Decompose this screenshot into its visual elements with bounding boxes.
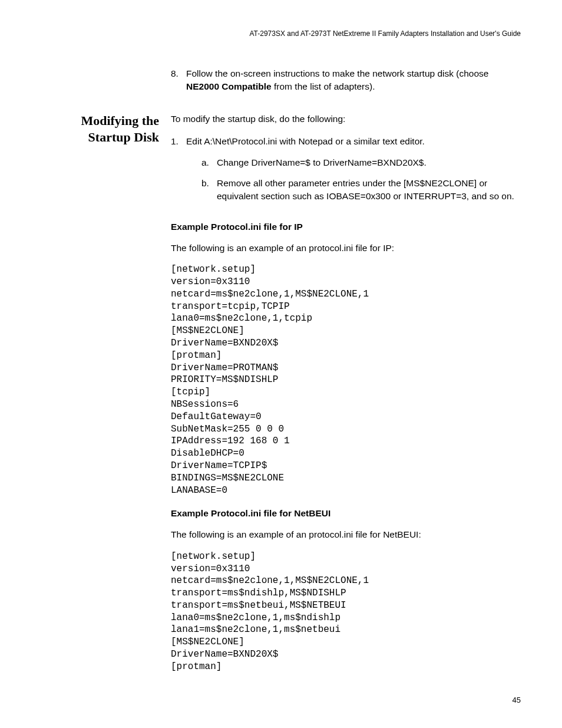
main-col-step8: 8. Follow the on-screen instructions to … — [171, 67, 521, 102]
running-header: AT-2973SX and AT-2973T NetExtreme II Fam… — [41, 29, 521, 38]
list-item-1b: b. Remove all other parameter entries un… — [201, 177, 521, 202]
main-content: To modify the startup disk, do the follo… — [171, 113, 521, 683]
example-netbeui-heading: Example Protocol.ini file for NetBEUI — [171, 507, 521, 520]
section-side-heading: Modifying the Startup Disk — [41, 113, 171, 145]
example-ip-intro: The following is an example of an protoc… — [171, 242, 521, 255]
page-number: 45 — [513, 696, 521, 704]
item-number: 8. — [171, 67, 186, 93]
item-text: Edit A:\Net\Protocol.ini with Notepad or… — [186, 135, 521, 211]
list-item-1a: a. Change DriverName=$ to DriverName=BXN… — [201, 156, 521, 169]
text-after: from the list of adapters). — [272, 81, 375, 91]
row-step8: 8. Follow the on-screen instructions to … — [41, 67, 521, 102]
list-item-8: 8. Follow the on-screen instructions to … — [171, 67, 521, 93]
item-letter: a. — [201, 156, 217, 169]
side-heading-line2: Startup Disk — [88, 130, 159, 144]
item-text: Remove all other parameter entries under… — [217, 177, 521, 202]
list-item-1: 1. Edit A:\Net\Protocol.ini with Notepad… — [171, 135, 521, 211]
item-text: Follow the on-screen instructions to mak… — [186, 67, 521, 93]
row-modifying: Modifying the Startup Disk To modify the… — [41, 113, 521, 683]
code-block-ip: [network.setup] version=0x3110 netcard=m… — [171, 263, 521, 496]
example-ip-heading: Example Protocol.ini file for IP — [171, 220, 521, 233]
intro-paragraph: To modify the startup disk, do the follo… — [171, 113, 521, 126]
step1-text: Edit A:\Net\Protocol.ini with Notepad or… — [186, 136, 425, 146]
example-netbeui-intro: The following is an example of an protoc… — [171, 528, 521, 541]
bold-text: NE2000 Compatible — [186, 81, 272, 91]
side-heading-line1: Modifying the — [81, 113, 159, 128]
item-letter: b. — [201, 177, 217, 202]
text-before: Follow the on-screen instructions to mak… — [186, 68, 488, 78]
code-block-netbeui: [network.setup] version=0x3110 netcard=m… — [171, 551, 521, 673]
page: AT-2973SX and AT-2973T NetExtreme II Fam… — [0, 0, 562, 728]
item-number: 1. — [171, 135, 186, 211]
item-text: Change DriverName=$ to DriverName=BXND20… — [217, 156, 521, 169]
